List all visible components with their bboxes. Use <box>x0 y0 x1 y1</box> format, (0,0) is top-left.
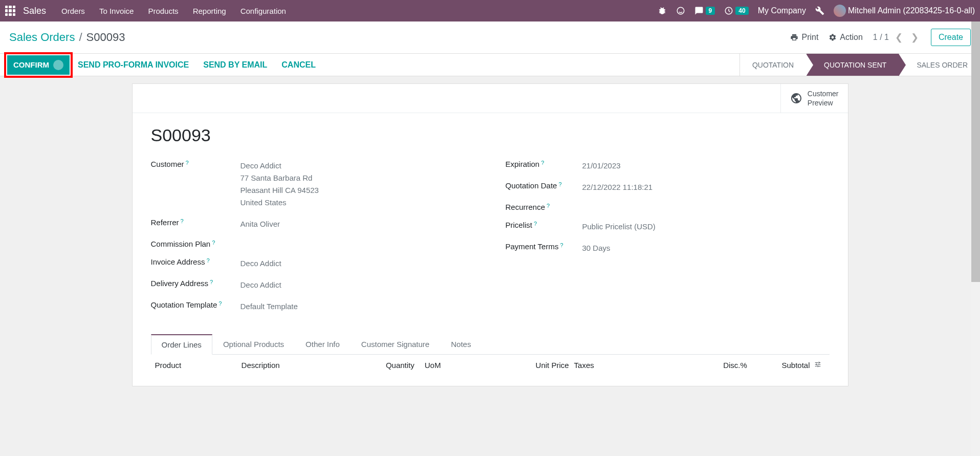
nav-to-invoice[interactable]: To Invoice <box>99 7 134 15</box>
help-icon[interactable]: ? <box>534 221 537 227</box>
form-col-right: Expiration? 21/01/2023 Quotation Date? 2… <box>506 160 830 322</box>
scrollbar[interactable] <box>971 21 980 386</box>
status-bar: QUOTATION QUOTATION SENT SALES ORDER <box>739 54 980 76</box>
help-icon[interactable]: ? <box>186 160 189 166</box>
cancel-button[interactable]: CANCEL <box>281 60 316 70</box>
quote-date-value[interactable]: 22/12/2022 11:18:21 <box>582 181 653 193</box>
th-uom[interactable]: UoM <box>425 361 483 370</box>
referrer-value[interactable]: Anita Oliver <box>241 218 280 230</box>
tools-icon[interactable] <box>815 6 824 15</box>
nav-menu: Orders To Invoice Products Reporting Con… <box>61 7 286 15</box>
help-icon[interactable]: ? <box>212 240 215 246</box>
terms-label: Payment Terms <box>506 242 559 251</box>
status-quotation[interactable]: QUOTATION <box>739 54 806 76</box>
columns-toggle-icon[interactable] <box>810 361 825 370</box>
breadcrumb-bar: Sales Orders / S00093 Print Action 1 / 1… <box>0 21 980 54</box>
action-button[interactable]: Action <box>829 33 862 42</box>
th-subtotal[interactable]: Subtotal <box>752 361 810 370</box>
help-icon[interactable]: ? <box>558 181 561 187</box>
terms-value[interactable]: 30 Days <box>582 242 611 254</box>
bar-right: Print Action 1 / 1 ❮ ❯ Create <box>790 29 971 46</box>
th-quantity[interactable]: Quantity <box>357 361 425 370</box>
tab-other[interactable]: Other Info <box>295 334 351 355</box>
breadcrumb-sep: / <box>79 31 82 44</box>
help-icon[interactable]: ? <box>181 218 184 224</box>
status-sent[interactable]: QUOTATION SENT <box>806 54 899 76</box>
breadcrumb-current: S00093 <box>86 31 125 44</box>
action-bar: CONFIRM SEND PRO-FORMA INVOICE SEND BY E… <box>0 54 980 76</box>
expiration-label: Expiration <box>506 160 540 168</box>
breadcrumb-parent[interactable]: Sales Orders <box>9 31 75 44</box>
form-col-left: Customer? Deco Addict 77 Santa Barbara R… <box>151 160 475 322</box>
nav-right: 9 40 My Company Mitchell Admin (22083425… <box>658 5 975 17</box>
table-header: Product Description Quantity UoM Unit Pr… <box>151 355 830 374</box>
help-icon[interactable]: ? <box>560 242 563 248</box>
print-button[interactable]: Print <box>790 33 818 42</box>
delivery-addr-label: Delivery Address <box>151 279 209 288</box>
invoice-addr-value[interactable]: Deco Addict <box>241 257 281 270</box>
help-icon[interactable]: ? <box>219 300 222 307</box>
send-email-button[interactable]: SEND BY EMAIL <box>203 60 267 70</box>
user-name: Mitchell Admin (22083425-16-0-all) <box>848 6 975 15</box>
support-icon[interactable] <box>676 6 685 15</box>
tab-optional[interactable]: Optional Products <box>212 334 295 355</box>
activities-icon[interactable]: 40 <box>724 6 748 15</box>
form-sheet: Customer Preview S00093 Customer? Deco A… <box>132 83 848 386</box>
scrollbar-thumb[interactable] <box>971 21 980 282</box>
top-nav: Sales Orders To Invoice Products Reporti… <box>0 0 980 21</box>
bug-icon[interactable] <box>658 6 667 15</box>
th-disc[interactable]: Disc.% <box>689 361 752 370</box>
customer-label: Customer <box>151 160 184 168</box>
apps-icon[interactable] <box>5 6 15 16</box>
recurrence-label: Recurrence <box>506 203 546 211</box>
send-proforma-button[interactable]: SEND PRO-FORMA INVOICE <box>78 60 189 70</box>
customer-value[interactable]: Deco Addict 77 Santa Barbara Rd Pleasant… <box>241 160 319 209</box>
nav-brand[interactable]: Sales <box>23 6 46 16</box>
status-order[interactable]: SALES ORDER <box>899 54 980 76</box>
commission-label: Commission Plan <box>151 240 211 248</box>
expiration-value[interactable]: 21/01/2023 <box>582 160 621 172</box>
confirm-button[interactable]: CONFIRM <box>7 55 70 75</box>
user-menu[interactable]: Mitchell Admin (22083425-16-0-all) <box>834 5 975 17</box>
th-description[interactable]: Description <box>242 361 357 370</box>
activities-badge: 40 <box>735 7 748 15</box>
template-value[interactable]: Default Template <box>241 300 298 313</box>
messages-icon[interactable]: 9 <box>694 6 715 15</box>
svg-point-0 <box>677 7 684 14</box>
delivery-addr-value[interactable]: Deco Addict <box>241 279 281 291</box>
th-unit-price[interactable]: Unit Price <box>483 361 574 370</box>
th-taxes[interactable]: Taxes <box>574 361 689 370</box>
pricelist-label: Pricelist <box>506 221 533 229</box>
tab-order-lines[interactable]: Order Lines <box>151 334 212 355</box>
nav-configuration[interactable]: Configuration <box>241 7 286 15</box>
pager-text[interactable]: 1 / 1 <box>873 33 889 42</box>
notebook-tabs: Order Lines Optional Products Other Info… <box>151 334 830 355</box>
nav-orders[interactable]: Orders <box>61 7 85 15</box>
nav-reporting[interactable]: Reporting <box>193 7 226 15</box>
help-icon[interactable]: ? <box>547 203 550 209</box>
form-columns: Customer? Deco Addict 77 Santa Barbara R… <box>151 160 830 322</box>
th-product[interactable]: Product <box>155 361 242 370</box>
pager-prev-icon[interactable]: ❮ <box>893 32 905 43</box>
pager: 1 / 1 ❮ ❯ <box>873 32 921 43</box>
help-icon[interactable]: ? <box>210 279 213 285</box>
company-switcher[interactable]: My Company <box>758 6 806 15</box>
content-area: Customer Preview S00093 Customer? Deco A… <box>132 83 848 386</box>
globe-icon <box>790 92 802 104</box>
avatar <box>834 5 846 17</box>
user-circle-icon <box>53 60 63 70</box>
referrer-label: Referrer <box>151 218 179 227</box>
form-content: S00093 Customer? Deco Addict 77 Santa Ba… <box>133 113 848 386</box>
pricelist-value[interactable]: Public Pricelist (USD) <box>582 221 656 233</box>
create-button[interactable]: Create <box>931 29 971 46</box>
help-icon[interactable]: ? <box>541 160 544 166</box>
help-icon[interactable]: ? <box>206 257 209 264</box>
tab-signature[interactable]: Customer Signature <box>351 334 440 355</box>
customer-preview-button[interactable]: Customer Preview <box>780 84 848 113</box>
button-box: Customer Preview <box>133 84 848 113</box>
pager-next-icon[interactable]: ❯ <box>909 32 921 43</box>
nav-products[interactable]: Products <box>148 7 178 15</box>
order-title: S00093 <box>151 125 830 145</box>
msg-badge: 9 <box>706 7 715 15</box>
tab-notes[interactable]: Notes <box>440 334 482 355</box>
